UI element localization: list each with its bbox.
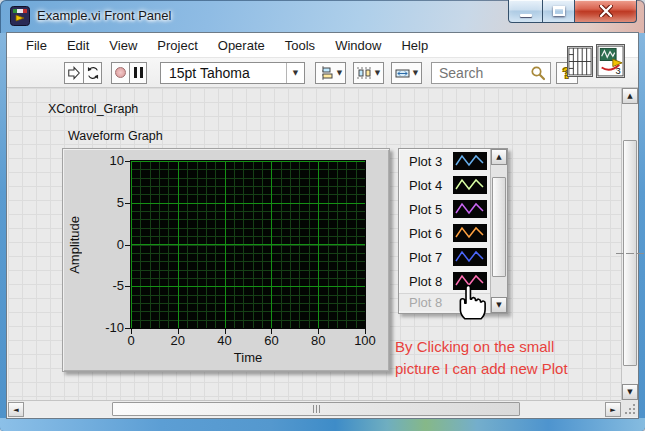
vertical-scroll-thumb[interactable] [623, 140, 637, 366]
pause-icon [134, 67, 137, 78]
connector-pane-icon[interactable] [567, 46, 593, 77]
plot-label: Plot 8 [409, 295, 442, 310]
resize-objects-icon [395, 66, 410, 80]
menu-item-file[interactable]: File [16, 35, 57, 56]
resize-grip[interactable] [621, 400, 638, 417]
x-tick-label: 100 [347, 333, 383, 348]
plot-area[interactable] [131, 161, 365, 328]
menu-item-help[interactable]: Help [391, 35, 438, 56]
plot-sample-icon[interactable] [453, 152, 487, 170]
legend-row[interactable]: Plot 4 [399, 173, 490, 197]
chevron-down-icon: ▼ [375, 69, 380, 77]
horizontal-scrollbar[interactable]: ◄ ► [8, 400, 621, 417]
menu-item-view[interactable]: View [99, 35, 147, 56]
arrow-down-icon: ▼ [496, 301, 501, 309]
menu-item-project[interactable]: Project [147, 35, 207, 56]
x-tick-label: 80 [300, 333, 336, 348]
x-tick-label: 0 [113, 333, 149, 348]
graph-title: Waveform Graph [68, 129, 163, 143]
front-panel[interactable]: XControl_Graph Waveform Graph Amplitude … [8, 88, 621, 400]
x-tick-label: 60 [253, 333, 289, 348]
search-input[interactable] [432, 65, 530, 81]
minimize-button[interactable] [508, 0, 543, 23]
y-tick-label: 10 [84, 153, 124, 168]
legend-scroll-down-button[interactable]: ▼ [491, 297, 507, 313]
y-tick-mark [125, 203, 130, 204]
scroll-right-button[interactable]: ► [605, 402, 621, 417]
vi-icon-badge: 3 [616, 67, 621, 77]
plot-label: Plot 6 [409, 226, 442, 241]
arrow-up-icon: ▲ [496, 153, 501, 161]
legend-row[interactable]: Plot 7 [399, 245, 490, 269]
distribute-objects-icon [357, 66, 372, 80]
vi-icon[interactable]: 3 [596, 44, 625, 78]
y-tick-mark [125, 245, 130, 246]
plot-sample-icon[interactable] [453, 224, 487, 242]
plot-sample-icon[interactable] [453, 200, 487, 218]
close-button[interactable] [575, 0, 637, 23]
abort-button[interactable] [111, 62, 129, 84]
maximize-button[interactable] [543, 0, 575, 23]
y-tick-label: 0 [84, 237, 124, 252]
font-selector-value: 15pt Tahoma [161, 65, 286, 81]
scroll-up-button[interactable]: ▲ [622, 88, 638, 104]
plot-label: Plot 5 [409, 202, 442, 217]
horizontal-scroll-thumb[interactable] [112, 402, 520, 416]
scroll-left-button[interactable]: ◄ [8, 402, 24, 417]
title-bar[interactable]: Example.vi Front Panel [0, 0, 645, 33]
thumb-grip [616, 253, 644, 254]
align-objects-button[interactable]: ▼ [315, 62, 346, 84]
menu-item-operate[interactable]: Operate [208, 35, 275, 56]
labview-app-icon [10, 6, 30, 26]
x-tick-label: 40 [207, 333, 243, 348]
window-border-right [638, 33, 645, 431]
vertical-scrollbar[interactable]: ▲ ▼ [621, 88, 638, 400]
y-tick-mark [125, 328, 130, 329]
plot-label: Plot 3 [409, 154, 442, 169]
annotation-line: By Clicking on the small [395, 336, 568, 358]
legend-row[interactable]: Plot 3 [399, 149, 490, 173]
maximize-icon [553, 6, 565, 16]
plot-sample-icon[interactable] [453, 248, 487, 266]
resize-objects-button[interactable]: ▼ [391, 62, 422, 84]
waveform-graph[interactable]: Amplitude 1050-5-10 020406080100 Time [62, 148, 390, 372]
align-objects-icon [319, 66, 334, 80]
plot-label: Plot 4 [409, 178, 442, 193]
run-icon [67, 66, 81, 80]
y-axis-label: Amplitude [67, 216, 82, 274]
x-tick-mark [318, 329, 319, 334]
x-tick-mark [271, 329, 272, 334]
run-button[interactable] [64, 62, 83, 84]
legend-scroll-up-button[interactable]: ▲ [491, 149, 507, 165]
plot-sample-icon[interactable] [453, 176, 487, 194]
window-title: Example.vi Front Panel [37, 8, 171, 23]
plot-label: Plot 8 [409, 274, 442, 289]
scroll-down-button[interactable]: ▼ [622, 384, 638, 400]
menu-item-tools[interactable]: Tools [275, 35, 325, 56]
legend-row[interactable]: Plot 6 [399, 221, 490, 245]
menu-item-edit[interactable]: Edit [57, 35, 99, 56]
legend-row[interactable]: Plot 5 [399, 197, 490, 221]
search-box [431, 62, 551, 84]
distribute-objects-button[interactable]: ▼ [353, 62, 384, 84]
xcontrol-label: XControl_Graph [48, 102, 138, 116]
search-icon[interactable] [530, 65, 546, 81]
y-tick-label: -5 [84, 278, 124, 293]
legend-scroll-thumb[interactable] [492, 177, 506, 277]
menu-item-window[interactable]: Window [325, 35, 391, 56]
x-tick-mark [178, 329, 179, 334]
run-continuous-button[interactable] [83, 62, 102, 84]
toolbar: 15pt Tahoma ▼ ▼ ▼ [7, 58, 638, 88]
x-tick-mark [225, 329, 226, 334]
arrow-right-icon: ► [610, 406, 615, 414]
arrow-up-icon: ▲ [627, 92, 632, 100]
plot-label: Plot 7 [409, 250, 442, 265]
font-selector[interactable]: 15pt Tahoma ▼ [160, 62, 305, 84]
pause-button[interactable] [129, 62, 147, 84]
window-border-bottom [0, 418, 645, 431]
window-border-left [0, 33, 7, 431]
abort-icon [115, 67, 126, 78]
x-tick-label: 20 [160, 333, 196, 348]
chevron-down-icon[interactable]: ▼ [286, 63, 304, 83]
legend-scrollbar[interactable]: ▲ ▼ [490, 149, 507, 313]
